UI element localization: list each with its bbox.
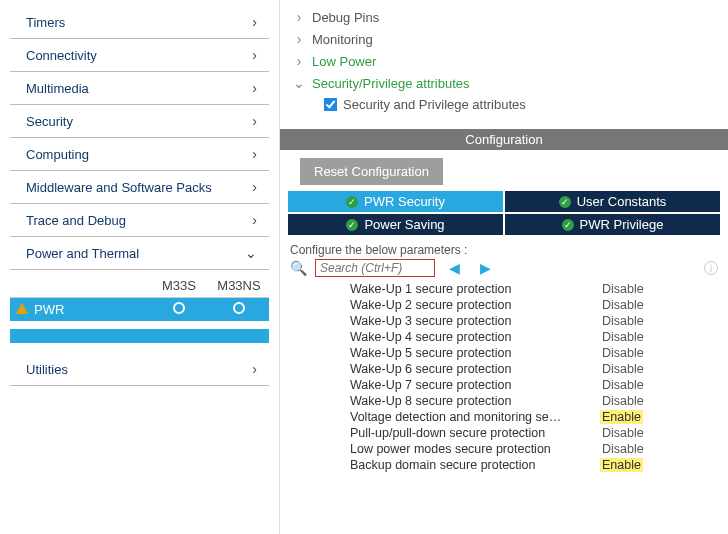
search-next-button[interactable]: ▶ [474, 260, 497, 276]
param-row[interactable]: Wake-Up 3 secure protectionDisable [290, 313, 718, 329]
mode-tree: ›Debug Pins›Monitoring›Low Power⌄Securit… [280, 0, 728, 121]
tree-label: Monitoring [312, 32, 373, 47]
param-row[interactable]: Pull-up/pull-down secure protectionDisab… [290, 425, 718, 441]
param-value[interactable]: Disable [600, 314, 646, 328]
tab-pwr-privilege[interactable]: PWR Privilege [505, 214, 720, 235]
search-icon[interactable]: 🔍 [290, 260, 307, 276]
chevron-right-icon: › [292, 31, 306, 47]
chevron-right-icon: › [252, 14, 257, 30]
tab-label: PWR Security [364, 194, 445, 209]
left-panel: Timers›Connectivity›Multimedia›Security›… [0, 0, 280, 534]
category-label: Connectivity [26, 48, 97, 63]
param-value[interactable]: Disable [600, 378, 646, 392]
param-row[interactable]: Wake-Up 7 secure protectionDisable [290, 377, 718, 393]
tree-item-debug-pins[interactable]: ›Debug Pins [292, 6, 716, 28]
tree-child[interactable]: Security and Privilege attributes [324, 94, 716, 115]
col-m33ns: M33NS [209, 274, 269, 297]
param-value[interactable]: Disable [600, 282, 646, 296]
param-value[interactable]: Disable [600, 346, 646, 360]
param-value[interactable]: Disable [600, 426, 646, 440]
param-row[interactable]: Low power modes secure protectionDisable [290, 441, 718, 457]
param-name: Wake-Up 8 secure protection [350, 394, 600, 408]
param-value[interactable]: Disable [600, 362, 646, 376]
radio-m33s[interactable] [173, 302, 185, 314]
category-trace-and-debug[interactable]: Trace and Debug› [10, 204, 269, 237]
param-name: Wake-Up 2 secure protection [350, 298, 600, 312]
check-icon [346, 196, 358, 208]
param-row[interactable]: Wake-Up 2 secure protectionDisable [290, 297, 718, 313]
right-panel: ›Debug Pins›Monitoring›Low Power⌄Securit… [280, 0, 728, 534]
tree-item-low-power[interactable]: ›Low Power [292, 50, 716, 72]
chevron-right-icon: › [252, 146, 257, 162]
param-value[interactable]: Disable [600, 298, 646, 312]
category-label: Computing [26, 147, 89, 162]
tree-label: Debug Pins [312, 10, 379, 25]
radio-m33ns[interactable] [233, 302, 245, 314]
category-label: Power and Thermal [26, 246, 139, 261]
param-name: Voltage detection and monitoring se… [350, 410, 600, 424]
param-value[interactable]: Disable [600, 394, 646, 408]
peripheral-label: PWR [34, 302, 64, 317]
chevron-right-icon: › [252, 47, 257, 63]
category-timers[interactable]: Timers› [10, 6, 269, 39]
chevron-right-icon: › [292, 9, 306, 25]
param-row[interactable]: Wake-Up 4 secure protectionDisable [290, 329, 718, 345]
category-connectivity[interactable]: Connectivity› [10, 39, 269, 72]
peripheral-row-pwr[interactable]: PWR [10, 298, 269, 321]
chevron-right-icon: › [252, 80, 257, 96]
search-input[interactable] [315, 259, 435, 277]
param-value[interactable]: Disable [600, 442, 646, 456]
params-title: Configure the below parameters : [290, 243, 718, 257]
tab-label: User Constants [577, 194, 667, 209]
category-label: Middleware and Software Packs [26, 180, 212, 195]
category-middleware-and-software-packs[interactable]: Middleware and Software Packs› [10, 171, 269, 204]
tree-item-monitoring[interactable]: ›Monitoring [292, 28, 716, 50]
configuration-title: Configuration [280, 129, 728, 150]
param-row[interactable]: Wake-Up 8 secure protectionDisable [290, 393, 718, 409]
search-prev-button[interactable]: ◀ [443, 260, 466, 276]
param-value[interactable]: Disable [600, 330, 646, 344]
tree-item-security-privilege-attributes[interactable]: ⌄Security/Privilege attributes [292, 72, 716, 94]
param-row[interactable]: Wake-Up 1 secure protectionDisable [290, 281, 718, 297]
tree-child-label: Security and Privilege attributes [343, 97, 526, 112]
param-name: Low power modes secure protection [350, 442, 600, 456]
category-security[interactable]: Security› [10, 105, 269, 138]
param-value[interactable]: Enable [600, 458, 643, 472]
tab-label: PWR Privilege [580, 217, 664, 232]
category-multimedia[interactable]: Multimedia› [10, 72, 269, 105]
chevron-down-icon: ⌄ [245, 245, 257, 261]
reset-configuration-button[interactable]: Reset Configuration [300, 158, 443, 185]
check-icon [562, 219, 574, 231]
tab-pwr-security[interactable]: PWR Security [288, 191, 503, 212]
param-row[interactable]: Wake-Up 6 secure protectionDisable [290, 361, 718, 377]
warning-icon [16, 303, 28, 314]
category-label: Trace and Debug [26, 213, 126, 228]
subtable: M33SM33NSPWR [10, 274, 269, 321]
chevron-right-icon: › [292, 53, 306, 69]
param-row[interactable]: Backup domain secure protectionEnable [290, 457, 718, 473]
tab-label: Power Saving [364, 217, 444, 232]
category-power-and-thermal[interactable]: Power and Thermal⌄ [10, 237, 269, 270]
tab-power-saving[interactable]: Power Saving [288, 214, 503, 235]
param-name: Wake-Up 7 secure protection [350, 378, 600, 392]
param-name: Backup domain secure protection [350, 458, 600, 472]
category-label: Multimedia [26, 81, 89, 96]
info-icon[interactable]: i [704, 261, 718, 275]
category-computing[interactable]: Computing› [10, 138, 269, 171]
checkbox[interactable] [324, 98, 337, 111]
col-m33s: M33S [149, 274, 209, 297]
chevron-right-icon: › [252, 212, 257, 228]
tab-user-constants[interactable]: User Constants [505, 191, 720, 212]
param-value[interactable]: Enable [600, 410, 643, 424]
tree-label: Low Power [312, 54, 376, 69]
chevron-down-icon: ⌄ [292, 75, 306, 91]
category-label: Timers [26, 15, 65, 30]
param-name: Wake-Up 3 secure protection [350, 314, 600, 328]
chevron-right-icon: › [252, 361, 257, 377]
param-row[interactable]: Voltage detection and monitoring se…Enab… [290, 409, 718, 425]
category-label: Utilities [26, 362, 68, 377]
category-utilities[interactable]: Utilities› [10, 353, 269, 386]
param-row[interactable]: Wake-Up 5 secure protectionDisable [290, 345, 718, 361]
chevron-right-icon: › [252, 113, 257, 129]
param-name: Wake-Up 1 secure protection [350, 282, 600, 296]
